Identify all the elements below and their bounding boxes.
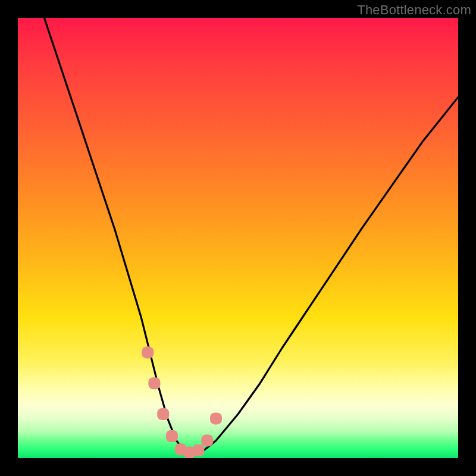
marker-point	[210, 412, 222, 424]
outer-frame: TheBottleneck.com	[0, 0, 476, 476]
marker-point	[166, 430, 178, 442]
watermark-text: TheBottleneck.com	[357, 2, 471, 18]
marker-point	[157, 408, 169, 420]
highlight-markers	[142, 346, 222, 458]
bottleneck-curve	[44, 18, 458, 454]
marker-point	[201, 434, 213, 446]
plot-area	[18, 18, 458, 458]
marker-point	[142, 346, 154, 358]
marker-point	[192, 444, 204, 456]
chart-svg	[18, 18, 458, 458]
marker-point	[148, 377, 160, 389]
